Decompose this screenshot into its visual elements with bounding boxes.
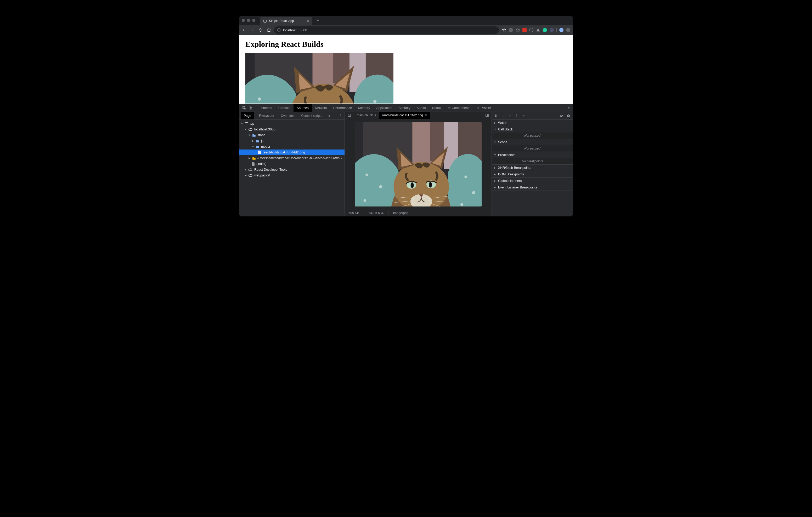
folder-icon bbox=[252, 157, 256, 160]
more-tabs-icon[interactable]: » bbox=[328, 114, 330, 118]
folder-icon bbox=[256, 145, 260, 148]
close-editor-tab-icon[interactable]: × bbox=[425, 114, 427, 117]
panel-tab-performance[interactable]: Performance bbox=[330, 104, 355, 112]
site-info-icon[interactable]: i bbox=[277, 28, 281, 32]
panel-tab-react-profiler[interactable]: ⚛ Profiler bbox=[473, 104, 494, 112]
step-into-icon[interactable] bbox=[508, 114, 512, 118]
editor-tab-cat-image[interactable]: react-builds-cat.45f7f4d2.png × bbox=[379, 112, 430, 119]
step-out-icon[interactable] bbox=[515, 114, 519, 118]
editor-tab-main-chunk[interactable]: main.chunk.js bbox=[354, 112, 379, 119]
extension-icon[interactable] bbox=[509, 28, 513, 32]
debugger-section-xhr[interactable]: ▶XHR/fetch Breakpoints bbox=[492, 165, 573, 171]
tree-node-webpack[interactable]: ▶ webpack:// bbox=[239, 173, 345, 178]
deactivate-breakpoints-icon[interactable] bbox=[560, 114, 563, 118]
panel-tab-sources[interactable]: Sources bbox=[293, 104, 312, 112]
panel-tab-security[interactable]: Security bbox=[396, 104, 413, 112]
navigator-tab-content-scripts[interactable]: Content scripts bbox=[299, 112, 324, 119]
panel-tab-memory[interactable]: Memory bbox=[355, 104, 373, 112]
tree-node-react-dev-tools[interactable]: ▶ React Developer Tools bbox=[239, 167, 345, 173]
svg-point-31 bbox=[567, 114, 570, 117]
url-host: localhost bbox=[283, 28, 296, 32]
separator bbox=[364, 211, 364, 215]
debugger-section-callstack[interactable]: ▼Call Stack Not paused bbox=[492, 126, 573, 139]
extension-icon[interactable] bbox=[543, 28, 547, 32]
pause-icon[interactable] bbox=[494, 114, 498, 118]
pause-on-exceptions-icon[interactable] bbox=[567, 114, 570, 118]
back-icon[interactable] bbox=[242, 28, 246, 32]
debugger-section-breakpoints[interactable]: ▼Breakpoints No breakpoints bbox=[492, 152, 573, 165]
nav-buttons bbox=[242, 28, 271, 32]
inspect-element-icon[interactable] bbox=[242, 106, 246, 110]
debugger-section-event[interactable]: ▶Event Listener Breakpoints bbox=[492, 184, 573, 191]
debugger-sidebar: ▶Watch ▼Call Stack Not paused ▼Scope Not… bbox=[492, 112, 573, 216]
toggle-navigator-icon[interactable] bbox=[347, 114, 351, 117]
extension-icon[interactable] bbox=[529, 28, 533, 32]
debugger-section-global[interactable]: ▶Global Listeners bbox=[492, 178, 573, 184]
extension-icon[interactable] bbox=[550, 28, 554, 32]
editor-statusbar: 605 KB 640 × 634 image/png bbox=[345, 210, 492, 216]
tree-node-selected-file[interactable]: react-builds-cat.45f7f4d2.png bbox=[239, 150, 345, 155]
cloud-icon bbox=[249, 174, 253, 177]
panel-tab-console[interactable]: Console bbox=[275, 104, 293, 112]
profile-avatar-icon[interactable] bbox=[559, 28, 563, 32]
mail-icon[interactable] bbox=[516, 28, 520, 32]
step-over-icon[interactable] bbox=[501, 114, 505, 118]
image-preview bbox=[345, 119, 492, 210]
navigator-menu-icon[interactable]: ⋮ bbox=[339, 114, 342, 118]
panel-tab-react-components[interactable]: ⚛ Components bbox=[445, 104, 473, 112]
address-bar[interactable]: i localhost:3000 bbox=[274, 26, 499, 34]
svg-point-27 bbox=[503, 116, 503, 117]
debugger-section-watch[interactable]: ▶Watch bbox=[492, 120, 573, 126]
tab-title: Simple React App bbox=[269, 19, 305, 23]
close-tab-icon[interactable]: × bbox=[307, 19, 309, 23]
close-window-button[interactable] bbox=[242, 19, 245, 22]
maximize-window-button[interactable] bbox=[252, 19, 255, 22]
panel-tab-network[interactable]: Network bbox=[312, 104, 330, 112]
devtools-menu-icon[interactable]: ⋮ bbox=[560, 106, 564, 110]
home-icon[interactable] bbox=[267, 28, 271, 32]
reload-icon[interactable] bbox=[258, 28, 263, 32]
tree-node-js[interactable]: ▶ js bbox=[239, 138, 345, 144]
sources-navigator: Page Filesystem Overrides Content script… bbox=[239, 112, 345, 216]
navigator-tab-filesystem[interactable]: Filesystem bbox=[257, 112, 276, 119]
svg-point-30 bbox=[524, 116, 525, 116]
svg-rect-24 bbox=[486, 114, 489, 117]
panel-tab-redux[interactable]: Redux bbox=[429, 104, 444, 112]
new-tab-button[interactable]: + bbox=[317, 18, 319, 23]
url-port: :3000 bbox=[298, 28, 307, 32]
navigator-tab-page[interactable]: Page bbox=[241, 112, 254, 119]
frame-icon bbox=[245, 122, 248, 125]
extension-icon[interactable] bbox=[536, 28, 540, 32]
close-devtools-icon[interactable]: × bbox=[568, 106, 570, 110]
minimize-window-button[interactable] bbox=[247, 19, 250, 22]
tree-node-origin[interactable]: ▼ localhost:3000 bbox=[239, 126, 345, 132]
toggle-debugger-icon[interactable] bbox=[485, 114, 489, 117]
step-icon[interactable] bbox=[522, 114, 525, 118]
extension-icon[interactable] bbox=[522, 28, 527, 32]
svg-rect-25 bbox=[495, 115, 496, 117]
browser-tab[interactable]: Simple React App × bbox=[260, 17, 312, 25]
tree-node-media[interactable]: ▼ media bbox=[239, 144, 345, 150]
menu-icon[interactable] bbox=[566, 28, 570, 32]
tree-node-long-path[interactable]: ▶ /Users/jameschurchill/Documents/GitHub… bbox=[239, 155, 345, 161]
editor-tabs: main.chunk.js react-builds-cat.45f7f4d2.… bbox=[345, 112, 492, 119]
panel-tab-application[interactable]: Application bbox=[373, 104, 395, 112]
folder-icon bbox=[252, 133, 256, 137]
separator bbox=[556, 28, 557, 32]
status-dimensions: 640 × 634 bbox=[369, 211, 383, 215]
bookmark-star-icon[interactable] bbox=[502, 28, 506, 32]
panel-tab-audits[interactable]: Audits bbox=[413, 104, 429, 112]
debugger-section-scope[interactable]: ▼Scope Not paused bbox=[492, 139, 573, 152]
tree-node-index[interactable]: (index) bbox=[239, 161, 345, 167]
forward-icon[interactable] bbox=[250, 28, 254, 32]
file-tree: ▼ top ▼ localhost:3000 ▼ static ▶ bbox=[239, 120, 345, 216]
navigator-tab-overrides[interactable]: Overrides bbox=[279, 112, 296, 119]
panel-tab-elements[interactable]: Elements bbox=[255, 104, 275, 112]
tree-node-static[interactable]: ▼ static bbox=[239, 132, 345, 138]
cloud-icon bbox=[249, 168, 253, 171]
tree-node-top[interactable]: ▼ top bbox=[239, 121, 345, 126]
debugger-section-dom[interactable]: ▶DOM Breakpoints bbox=[492, 171, 573, 178]
devtools-panel-tabs: Elements Console Sources Network Perform… bbox=[239, 104, 573, 112]
loading-spinner-icon bbox=[263, 19, 267, 23]
device-toolbar-icon[interactable] bbox=[249, 106, 252, 110]
